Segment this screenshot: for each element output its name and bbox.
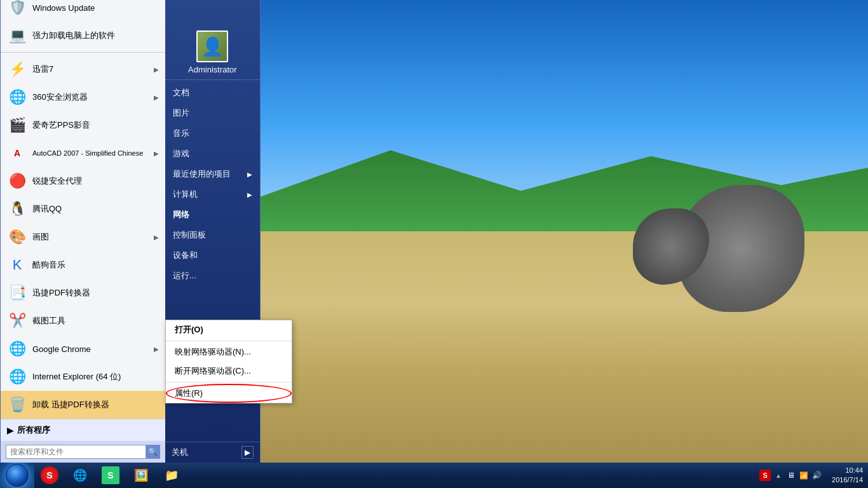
start-search-bar: 🔍	[1, 441, 165, 463]
right-item-music[interactable]: 音乐	[165, 123, 260, 144]
start-item-label: 截图工具	[32, 315, 159, 327]
security-proxy-icon: 🔴	[7, 171, 27, 191]
start-item-paint[interactable]: 🎨 画图 ▶	[1, 223, 165, 251]
start-item-windows-update[interactable]: 🛡️ Windows Update	[1, 0, 165, 22]
start-orb	[6, 464, 29, 487]
shutdown-area: 关机 ▶	[165, 442, 260, 463]
right-item-devices[interactable]: 设备和	[165, 245, 260, 266]
right-item-control-panel[interactable]: 控制面板	[165, 225, 260, 245]
taskbar-item-wps[interactable]: S	[97, 464, 125, 487]
ctx-item-properties[interactable]: 属性(R)	[166, 384, 292, 403]
right-item-label: 音乐	[173, 128, 189, 139]
ctx-item-label: 打开(O)	[175, 325, 203, 334]
start-item-chrome[interactable]: 🌐 Google Chrome ▶	[1, 335, 165, 363]
start-item-uninstall-pdf[interactable]: 🗑️ 卸载 迅捷PDF转换器	[1, 391, 165, 419]
windows-update-icon: 🛡️	[7, 0, 27, 18]
ctx-item-disconnect-drive[interactable]: 断开网络驱动器(C)...	[166, 362, 292, 381]
ctx-item-open[interactable]: 打开(O)	[166, 320, 292, 339]
taskbar-item-photo[interactable]: 🖼️	[127, 464, 155, 487]
search-button[interactable]: 🔍	[146, 445, 160, 459]
start-item-uninstall-software[interactable]: 💻 强力卸载电脑上的软件	[1, 22, 165, 50]
sogou-icon: S	[41, 466, 58, 484]
thunder-icon: ⚡	[7, 59, 27, 79]
taskbar-item-sogou[interactable]: S	[36, 464, 64, 487]
qq-icon: 🐧	[7, 199, 27, 219]
systray-volume-icon[interactable]: 🔊	[811, 470, 822, 480]
shutdown-arrow-button[interactable]: ▶	[241, 446, 254, 459]
start-item-autocad[interactable]: A AutoCAD 2007 - Simplified Chinese ▶	[1, 139, 165, 167]
right-item-label: 运行...	[173, 270, 196, 281]
start-item-label: AutoCAD 2007 - Simplified Chinese	[32, 149, 154, 157]
360browser-icon: 🌐	[7, 87, 27, 107]
start-item-label: 卸载 迅捷PDF转换器	[32, 399, 159, 410]
autocad-icon: A	[7, 143, 27, 163]
start-item-pdf-converter[interactable]: 📑 迅捷PDF转换器	[1, 279, 165, 307]
start-item-label: 迅捷PDF转换器	[32, 287, 159, 299]
kugou-icon: K	[7, 255, 27, 275]
arrow-icon: ▶	[154, 346, 159, 353]
uninstall-pdf-icon: 🗑️	[7, 395, 27, 415]
arrow-icon: ▶	[154, 150, 159, 157]
systray-network-icon[interactable]: 🖥	[786, 470, 796, 480]
start-menu-bottom: ▶ 所有程序 🔍	[1, 419, 165, 463]
right-item-recent[interactable]: 最近使用的项目 ▶	[165, 164, 260, 184]
arrow-icon: ▶	[247, 191, 252, 198]
shutdown-button[interactable]: 关机	[172, 447, 239, 458]
start-item-label: 锐捷安全代理	[32, 175, 159, 187]
ctx-item-label: 断开网络驱动器(C)...	[175, 366, 251, 376]
start-menu-left: 🛡️ Windows Update 💻 强力卸载电脑上的软件 ⚡ 迅雷7 ▶ 🌐…	[1, 0, 165, 463]
start-item-label: 酷狗音乐	[32, 259, 159, 271]
ie-icon: 🌐	[7, 367, 27, 387]
start-item-screenshot[interactable]: ✂️ 截图工具	[1, 307, 165, 335]
systray-signal-icon[interactable]: 📶	[799, 470, 809, 480]
right-item-games[interactable]: 游戏	[165, 144, 260, 164]
taskbar-items: S 🌐 S 🖼️ 📁	[34, 463, 754, 488]
wps-icon: S	[102, 466, 119, 484]
ie-taskbar-icon: 🌐	[71, 466, 89, 484]
systray-expand-icon[interactable]: ▲	[773, 470, 783, 480]
ctx-item-map-drive[interactable]: 映射网络驱动器(N)...	[166, 342, 292, 362]
start-item-label: 360安全浏览器	[32, 92, 154, 103]
paint-icon: 🎨	[7, 227, 27, 247]
start-button[interactable]	[0, 463, 34, 488]
right-item-pictures[interactable]: 图片	[165, 103, 260, 123]
start-item-label: 爱奇艺PPS影音	[32, 119, 159, 131]
right-item-label: 游戏	[173, 148, 189, 159]
start-item-aiyipps[interactable]: 🎬 爱奇艺PPS影音	[1, 111, 165, 139]
start-item-label: Windows Update	[32, 3, 159, 13]
right-item-computer[interactable]: 计算机 ▶	[165, 184, 260, 205]
uninstall-software-icon: 💻	[7, 25, 27, 46]
taskbar-item-ie[interactable]: 🌐	[66, 464, 94, 487]
desktop: 👤 K 📁 📄 🌐 🛡️ Windows Update 💻 强力卸	[0, 0, 868, 488]
start-item-thunder[interactable]: ⚡ 迅雷7 ▶	[1, 55, 165, 83]
taskbar: S 🌐 S 🖼️ 📁 S ▲ 🖥 📶 🔊	[0, 463, 868, 488]
start-item-qq[interactable]: 🐧 腾讯QQ	[1, 195, 165, 223]
right-item-label: 图片	[173, 107, 189, 119]
start-item-label: 画图	[32, 231, 154, 243]
start-item-ie[interactable]: 🌐 Internet Explorer (64 位)	[1, 363, 165, 391]
taskbar-systray: S ▲ 🖥 📶 🔊	[754, 463, 827, 488]
start-item-label: 腾讯QQ	[32, 203, 159, 215]
right-item-documents[interactable]: 文档	[165, 83, 260, 103]
search-input[interactable]	[6, 445, 146, 459]
screenshot-icon: ✂️	[7, 311, 27, 331]
ctx-divider-2	[166, 382, 292, 383]
pdf-converter-icon: 📑	[7, 283, 27, 303]
start-item-label: Internet Explorer (64 位)	[32, 371, 159, 383]
start-item-360browser[interactable]: 🌐 360安全浏览器 ▶	[1, 83, 165, 111]
start-item-kugou[interactable]: K 酷狗音乐	[1, 251, 165, 279]
all-programs-button[interactable]: ▶ 所有程序	[1, 419, 165, 441]
arrow-icon: ▶	[154, 66, 159, 73]
systray-s-icon[interactable]: S	[759, 470, 771, 481]
aiyipps-icon: 🎬	[7, 115, 27, 135]
all-programs-label: 所有程序	[17, 424, 50, 436]
right-item-network[interactable]: 网络	[165, 205, 260, 225]
arrow-icon: ▶	[247, 171, 252, 178]
start-item-label: 强力卸载电脑上的软件	[32, 30, 159, 41]
right-item-label: 网络	[173, 209, 189, 220]
user-name: Administrator	[188, 65, 237, 74]
taskbar-item-explorer[interactable]: 📁	[158, 464, 186, 487]
taskbar-clock[interactable]: 10:44 2016/7/14	[827, 466, 868, 485]
start-item-security-proxy[interactable]: 🔴 锐捷安全代理	[1, 167, 165, 195]
right-item-run[interactable]: 运行...	[165, 266, 260, 286]
